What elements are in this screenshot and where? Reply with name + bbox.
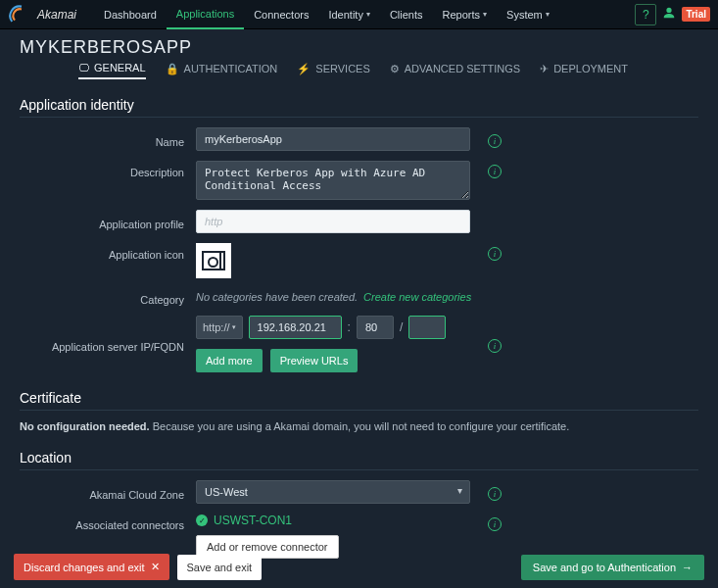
brand-text: Akamai <box>37 8 76 22</box>
close-icon: ✕ <box>151 561 160 573</box>
info-icon[interactable]: i <box>488 134 502 148</box>
certificate-info-text: No configuration needed. Because you are… <box>20 420 698 432</box>
nav-system[interactable]: System▾ <box>497 0 559 29</box>
page-title: MYKERBEROSAPP <box>20 37 698 58</box>
tab-advanced-label: ADVANCED SETTINGS <box>405 63 520 74</box>
nav-reports[interactable]: Reports▾ <box>433 0 498 29</box>
nav-connectors[interactable]: Connectors <box>244 0 318 29</box>
chevron-down-icon: ▾ <box>546 10 550 19</box>
save-next-button[interactable]: Save and go to Authentication → <box>521 555 704 580</box>
tab-advanced[interactable]: ⚙ ADVANCED SETTINGS <box>390 62 520 79</box>
tab-services[interactable]: ⚡ SERVICES <box>297 62 369 79</box>
label-server: Application server IP/FQDN <box>20 335 196 353</box>
server-path-input[interactable] <box>408 316 446 339</box>
label-description: Description <box>20 161 196 178</box>
description-input[interactable]: Protect Kerberos App with Azure AD Condi… <box>196 161 470 200</box>
server-port-input[interactable] <box>357 316 394 339</box>
tab-authentication[interactable]: 🔒 AUTHENTICATION <box>166 62 278 79</box>
save-exit-button[interactable]: Save and exit <box>177 555 263 580</box>
app-icon-placeholder-icon <box>202 251 225 270</box>
brand-logo: Akamai <box>8 5 76 24</box>
info-icon[interactable]: i <box>488 247 502 261</box>
plane-icon: ✈ <box>540 63 549 75</box>
chevron-down-icon: ▾ <box>366 10 370 19</box>
label-name: Name <box>20 130 196 148</box>
profile-input[interactable] <box>196 210 470 233</box>
section-identity-title: Application identity <box>20 97 698 118</box>
tab-deployment[interactable]: ✈ DEPLOYMENT <box>540 62 628 79</box>
server-ip-input[interactable] <box>249 316 342 339</box>
discard-button-label: Discard changes and exit <box>24 562 145 573</box>
application-icon-picker[interactable] <box>196 243 231 278</box>
nav-identity[interactable]: Identity▾ <box>318 0 379 29</box>
nav-dashboard[interactable]: Dashboard <box>94 0 167 29</box>
tab-deployment-label: DEPLOYMENT <box>553 63 628 74</box>
bolt-icon: ⚡ <box>297 63 311 75</box>
path-separator: / <box>400 320 403 334</box>
connector-name: USWST-CON1 <box>214 514 292 527</box>
user-icon[interactable] <box>662 6 676 24</box>
tab-general[interactable]: 🖵 GENERAL <box>78 62 146 79</box>
create-category-link[interactable]: Create new categories <box>363 291 471 303</box>
server-protocol-select[interactable]: http:// ▾ <box>196 316 243 339</box>
subtab-bar: 🖵 GENERAL 🔒 AUTHENTICATION ⚡ SERVICES ⚙ … <box>20 62 698 79</box>
tab-services-label: SERVICES <box>315 63 369 74</box>
label-icon: Application icon <box>20 243 196 261</box>
label-connectors: Associated connectors <box>20 514 196 531</box>
arrow-right-icon: → <box>682 562 693 573</box>
nav-applications[interactable]: Applications <box>167 0 244 29</box>
tab-general-label: GENERAL <box>94 62 146 74</box>
info-icon[interactable]: i <box>488 517 502 531</box>
top-nav: Akamai Dashboard Applications Connectors… <box>0 0 718 29</box>
nav-clients[interactable]: Clients <box>380 0 433 29</box>
section-certificate-title: Certificate <box>20 390 698 411</box>
name-input[interactable] <box>196 127 470 151</box>
certificate-info-rest: Because you are using a Akamai domain, y… <box>150 420 570 432</box>
tab-authentication-label: AUTHENTICATION <box>184 63 278 74</box>
add-more-button[interactable]: Add more <box>196 349 263 372</box>
info-icon[interactable]: i <box>488 165 502 178</box>
check-circle-icon: ✓ <box>196 514 208 526</box>
monitor-icon: 🖵 <box>78 62 89 74</box>
label-profile: Application profile <box>20 213 196 230</box>
save-next-label: Save and go to Authentication <box>533 562 676 573</box>
info-icon[interactable]: i <box>488 487 502 501</box>
section-location-title: Location <box>20 450 698 470</box>
preview-urls-button[interactable]: Preview URLs <box>270 349 359 372</box>
category-empty-text: No categories have been created. <box>196 291 358 303</box>
sliders-icon: ⚙ <box>390 63 400 75</box>
certificate-info-bold: No configuration needed. <box>20 420 150 432</box>
port-separator: : <box>348 320 351 334</box>
chevron-down-icon: ▾ <box>232 323 236 331</box>
akamai-swoosh-icon <box>8 5 35 24</box>
cloud-zone-select[interactable]: US-West <box>196 480 470 504</box>
label-cloud-zone: Akamai Cloud Zone <box>20 483 196 501</box>
lock-icon: 🔒 <box>166 63 179 75</box>
trial-badge: Trial <box>682 7 710 22</box>
connector-item: ✓ USWST-CON1 <box>196 514 480 527</box>
chevron-down-icon: ▾ <box>483 10 487 19</box>
discard-button[interactable]: Discard changes and exit ✕ <box>14 554 169 580</box>
help-icon[interactable]: ? <box>635 4 656 25</box>
info-icon[interactable]: i <box>488 339 502 353</box>
server-protocol-value: http:// <box>203 321 230 333</box>
label-category: Category <box>20 288 196 306</box>
footer-bar: Discard changes and exit ✕ Save and exit… <box>0 546 718 588</box>
